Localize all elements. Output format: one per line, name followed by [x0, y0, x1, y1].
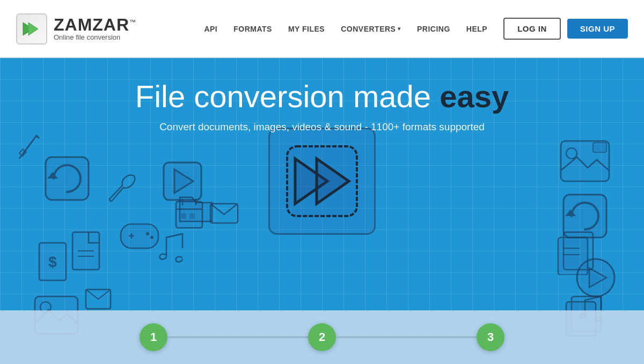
- svg-line-26: [166, 234, 182, 237]
- nav-api[interactable]: API: [204, 25, 217, 33]
- svg-rect-38: [189, 213, 195, 219]
- svg-rect-28: [558, 237, 588, 275]
- hero-subtitle: Convert documents, images, videos & soun…: [0, 121, 644, 133]
- svg-rect-27: [564, 232, 593, 270]
- svg-text:$: $: [48, 254, 57, 270]
- music-icon-right: [156, 229, 188, 264]
- step-2: 2: [308, 323, 336, 351]
- nav-my-files[interactable]: MY FILES: [288, 25, 325, 33]
- svg-point-43: [150, 236, 153, 239]
- play-circle-icon: [574, 256, 617, 299]
- nav-converters[interactable]: CONVERTERS ▾: [341, 25, 401, 33]
- svg-rect-14: [39, 243, 66, 280]
- step-1: 1: [140, 323, 167, 351]
- chevron-down-icon: ▾: [398, 26, 401, 32]
- steps-bar: 1 2 3: [0, 310, 644, 364]
- svg-rect-20: [593, 143, 606, 152]
- svg-rect-10: [210, 204, 238, 223]
- logo-link[interactable]: ZAMZAR™ Online file conversion: [16, 13, 136, 44]
- svg-rect-11: [72, 232, 99, 270]
- svg-line-4: [19, 157, 20, 159]
- step-3: 3: [477, 323, 504, 351]
- svg-line-3: [36, 136, 39, 138]
- header: ZAMZAR™ Online file conversion API FORMA…: [0, 0, 644, 58]
- signup-button[interactable]: SIGN UP: [567, 19, 628, 39]
- svg-rect-39: [121, 224, 158, 248]
- logo-name: ZAMZAR™: [54, 16, 136, 33]
- file-icon-left: [70, 229, 107, 272]
- mail-icon-left2: [85, 288, 112, 310]
- svg-marker-23: [565, 210, 576, 216]
- logo-text: ZAMZAR™ Online file conversion: [54, 16, 136, 41]
- logo-tagline: Online file conversion: [54, 33, 136, 41]
- step-line-1: [167, 336, 308, 338]
- svg-rect-19: [561, 141, 609, 181]
- image-icon-right: [558, 138, 612, 184]
- svg-point-42: [146, 232, 149, 235]
- sync-icon-left: [43, 154, 91, 203]
- play-icon-left: [161, 160, 204, 203]
- calendar-icon: [174, 197, 204, 229]
- nav-formats[interactable]: FORMATS: [233, 25, 272, 33]
- hero-title: File conversion made easy: [0, 79, 644, 114]
- header-buttons: LOG IN SIGN UP: [503, 18, 628, 40]
- login-button[interactable]: LOG IN: [503, 18, 561, 40]
- svg-rect-8: [164, 162, 201, 200]
- svg-marker-9: [174, 169, 193, 193]
- email-icon: [209, 203, 239, 224]
- svg-point-21: [566, 148, 577, 159]
- svg-rect-6: [46, 157, 89, 200]
- svg-marker-1: [28, 23, 38, 35]
- svg-rect-5: [19, 149, 26, 156]
- main-nav: API FORMATS MY FILES CONVERTERS ▾ PRICIN…: [204, 25, 487, 33]
- nav-pricing[interactable]: PRICING: [417, 25, 450, 33]
- folder-icon: [177, 192, 215, 224]
- svg-point-24: [577, 259, 614, 296]
- dollar-icon: $: [36, 240, 74, 283]
- step-line-2: [336, 336, 477, 338]
- game-icon: [118, 219, 161, 251]
- center-logo-illustration: [268, 128, 376, 235]
- svg-marker-25: [589, 268, 606, 287]
- files-icon-right: [553, 227, 601, 275]
- sync-icon-right: [561, 192, 609, 240]
- svg-rect-37: [181, 213, 186, 219]
- hero-section: $: [0, 58, 644, 364]
- svg-line-2: [20, 136, 36, 157]
- svg-rect-16: [86, 289, 111, 309]
- logo-icon: [16, 13, 47, 44]
- steps-track: 1 2 3: [140, 323, 504, 351]
- svg-rect-22: [564, 195, 606, 237]
- pencil-icon: [15, 133, 42, 160]
- hero-content: File conversion made easy Convert docume…: [0, 58, 644, 133]
- svg-marker-7: [47, 172, 58, 179]
- nav-help[interactable]: HELP: [466, 25, 487, 33]
- wrench-icon: [107, 170, 140, 203]
- svg-rect-33: [176, 202, 202, 228]
